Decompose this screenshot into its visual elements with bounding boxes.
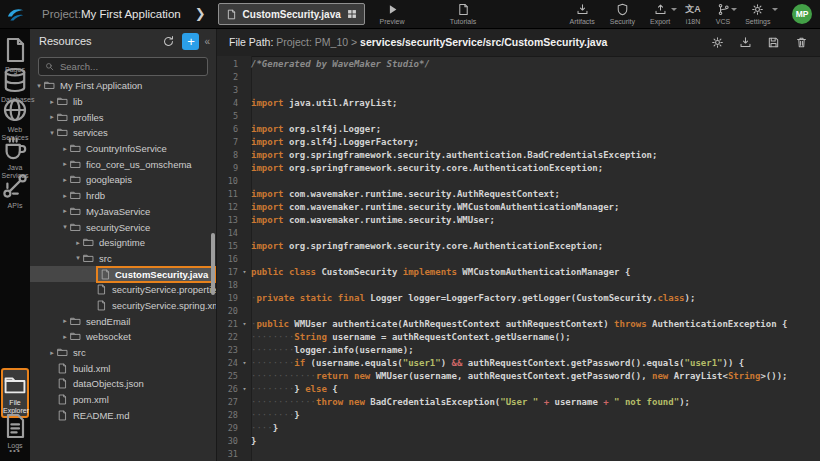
tree-item[interactable]: ▸CountryInfoService	[30, 141, 216, 157]
sidebar-item-logs[interactable]: Logs	[1, 412, 29, 450]
tree-item[interactable]: ▾My First Application	[30, 78, 216, 94]
export-icon	[654, 3, 667, 16]
tree-item[interactable]: ▸MyJavaService	[30, 204, 216, 220]
line-number: 14	[217, 227, 238, 240]
sidebar-item-file-explorer[interactable]: File Explorer	[1, 368, 29, 418]
fold-marker-icon[interactable]: ▾	[238, 383, 251, 396]
line-number: 9	[217, 162, 238, 175]
download-button[interactable]	[739, 36, 752, 49]
tree-item[interactable]: CustomSecurity.java	[30, 266, 216, 282]
tree-collapsed-arrow-icon[interactable]: ▸	[60, 176, 70, 184]
tree-item[interactable]: ▸googleapis	[30, 172, 216, 188]
tree-item[interactable]: ▸designtime	[30, 235, 216, 251]
topbar: Project:My First Application ❯ CustomSec…	[0, 0, 820, 29]
tree-collapsed-arrow-icon[interactable]: ▸	[60, 145, 70, 153]
code-area[interactable]: 1/*Generated by WaveMaker Studio*/234imp…	[217, 56, 820, 461]
tree-collapsed-arrow-icon[interactable]: ▸	[60, 160, 70, 168]
collapse-panel-icon[interactable]: «	[204, 36, 210, 47]
tree-item[interactable]: ▸src	[30, 345, 216, 361]
tree-item[interactable]: build.xml	[30, 360, 216, 376]
tree-collapsed-arrow-icon[interactable]: ▸	[60, 192, 70, 200]
artifacts-button[interactable]: Artifacts	[569, 3, 594, 25]
security-button[interactable]: Security	[610, 3, 635, 25]
translate-icon: 文A	[685, 3, 701, 16]
project-name[interactable]: Project:My First Application	[42, 8, 181, 20]
code-line: 23········logger.info(username);	[217, 344, 820, 357]
tree-expanded-arrow-icon[interactable]: ▾	[34, 82, 44, 90]
fold-gutter	[238, 149, 251, 162]
folder-icon	[70, 331, 81, 342]
code-line: 20	[217, 305, 820, 318]
tree-item[interactable]: README.md	[30, 407, 216, 423]
tree-item[interactable]: ▸profiles	[30, 109, 216, 125]
add-resource-button[interactable]: +	[182, 33, 199, 50]
fold-gutter	[238, 422, 251, 435]
line-number: 18	[217, 279, 238, 292]
tree-scrollbar[interactable]	[211, 233, 215, 295]
tree-item[interactable]: ▾securityService	[30, 219, 216, 235]
fold-marker-icon[interactable]: ▾	[238, 318, 251, 331]
folder-icon	[83, 237, 94, 248]
fold-marker-icon[interactable]: ▾	[238, 357, 251, 370]
tree-item[interactable]: ▸hrdb	[30, 188, 216, 204]
tree-item[interactable]: ▾services	[30, 125, 216, 141]
tree-collapsed-arrow-icon[interactable]: ▸	[60, 333, 70, 341]
save-button[interactable]	[767, 36, 780, 49]
tree-expanded-arrow-icon[interactable]: ▾	[47, 129, 57, 137]
tree-expanded-arrow-icon[interactable]: ▾	[73, 254, 83, 262]
line-number: 3	[217, 84, 238, 97]
preview-button[interactable]: Preview	[366, 3, 418, 25]
fold-gutter	[238, 175, 251, 188]
export-button[interactable]: Export	[650, 3, 670, 25]
tree-collapsed-arrow-icon[interactable]: ▸	[47, 113, 57, 121]
apis-icon	[1, 172, 29, 200]
security-icon	[616, 3, 629, 16]
tutorials-button[interactable]: Tutorials	[437, 3, 489, 25]
vcs-icon	[717, 3, 730, 16]
tree-collapsed-arrow-icon[interactable]: ▸	[47, 98, 57, 106]
tree-item[interactable]: ▸fico_core_us_omschema	[30, 156, 216, 172]
tree-item[interactable]: pom.xml	[30, 392, 216, 408]
folder-icon	[70, 206, 81, 217]
code-line: 25············return new WMUser(username…	[217, 370, 820, 383]
fold-gutter	[238, 97, 251, 110]
settings-button[interactable]	[711, 36, 724, 49]
fold-gutter	[238, 331, 251, 344]
tree-collapsed-arrow-icon[interactable]: ▸	[60, 207, 70, 215]
grid-icon[interactable]	[347, 9, 357, 19]
sidebar-item-apis[interactable]: APIs	[1, 172, 29, 210]
fold-gutter	[238, 370, 251, 383]
delete-button[interactable]	[795, 36, 808, 49]
tree-item[interactable]: securityService.properties	[30, 282, 216, 298]
tree-item[interactable]: ▸sendEmail	[30, 313, 216, 329]
tree-item[interactable]: ▸websocket	[30, 329, 216, 345]
fold-gutter	[238, 279, 251, 292]
refresh-icon[interactable]	[162, 35, 175, 48]
wavemaker-logo-icon[interactable]	[0, 0, 30, 28]
tree-item[interactable]: dataObjects.json	[30, 376, 216, 392]
play-icon	[386, 3, 399, 16]
line-number: 15	[217, 240, 238, 253]
tree-expanded-arrow-icon[interactable]: ▾	[60, 223, 70, 231]
settings-button[interactable]: Settings	[745, 3, 770, 25]
tree-item[interactable]: ▸lib	[30, 94, 216, 110]
avatar[interactable]: MP	[792, 4, 812, 24]
tree-collapsed-arrow-icon[interactable]: ▸	[60, 317, 70, 325]
tab-customsecurity[interactable]: CustomSecurity.java	[218, 3, 365, 25]
tree-collapsed-arrow-icon[interactable]: ▸	[73, 239, 83, 247]
line-number: 1	[217, 58, 238, 71]
tree-item[interactable]: securityService.spring.xml	[30, 298, 216, 314]
code-line: 17▾public class CustomSecurity implement…	[217, 266, 820, 279]
tree-item[interactable]: ▾src	[30, 251, 216, 267]
line-number: 24	[217, 357, 238, 370]
tree-collapsed-arrow-icon[interactable]: ▸	[47, 349, 57, 357]
sidebar-more-button[interactable]: •••	[0, 446, 30, 455]
search-input[interactable]	[58, 60, 201, 73]
code-line: 10	[217, 175, 820, 188]
i18n-button[interactable]: 文Ai18N	[685, 3, 701, 25]
line-number: 21	[217, 318, 238, 331]
vcs-button[interactable]: VCS	[716, 3, 730, 25]
code-line: 1/*Generated by WaveMaker Studio*/	[217, 58, 820, 71]
fold-marker-icon[interactable]: ▾	[238, 266, 251, 279]
file-icon	[100, 269, 111, 280]
